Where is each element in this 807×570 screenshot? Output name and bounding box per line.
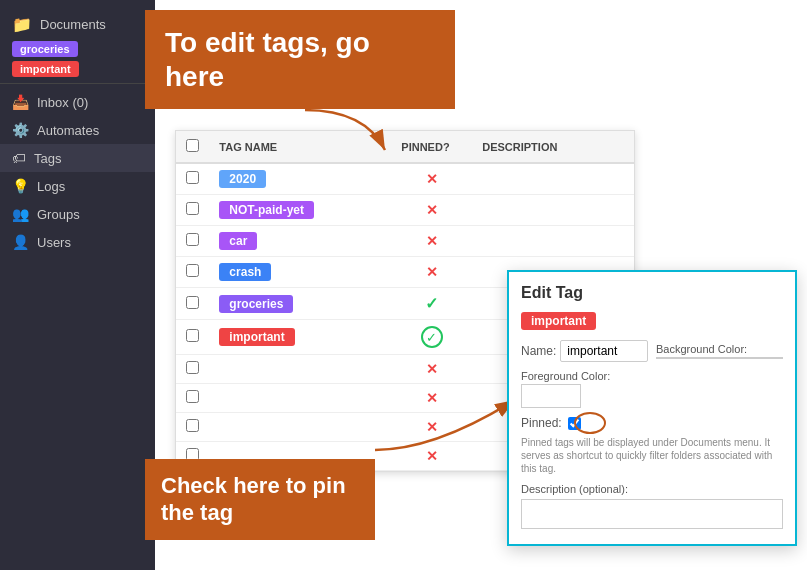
- edit-tag-chip: important: [521, 312, 596, 330]
- svg-point-0: [575, 413, 605, 433]
- pinned-status: ✕: [426, 264, 438, 280]
- tag-name-cell: [209, 413, 391, 442]
- inbox-icon: 📥: [12, 94, 29, 110]
- tooltip-top: To edit tags, go here: [145, 10, 455, 109]
- sidebar-inbox-label: Inbox (0): [37, 95, 88, 110]
- row-checkbox[interactable]: [186, 361, 199, 374]
- name-input[interactable]: [560, 340, 648, 362]
- fg-color-picker[interactable]: [521, 384, 581, 408]
- sidebar-automates-label: Automates: [37, 123, 99, 138]
- folder-icon: 📁: [12, 15, 32, 34]
- sidebar-users-label: Users: [37, 235, 71, 250]
- pinned-status: ✕: [426, 419, 438, 435]
- sidebar-item-logs[interactable]: 💡 Logs: [0, 172, 155, 200]
- row-checkbox[interactable]: [186, 202, 199, 215]
- col-header-name: TAG NAME: [209, 131, 391, 163]
- desc-cell: [472, 163, 634, 195]
- select-all-checkbox[interactable]: [186, 139, 199, 152]
- automates-icon: ⚙️: [12, 122, 29, 138]
- bg-color-label: Background Color:: [656, 343, 783, 355]
- pinned-status: ✕: [426, 390, 438, 406]
- table-row: 2020 ✕: [176, 163, 634, 195]
- sidebar-item-inbox[interactable]: 📥 Inbox (0): [0, 88, 155, 116]
- bg-color-picker[interactable]: [656, 357, 783, 359]
- fg-color-label: Foreground Color:: [521, 370, 610, 382]
- main-content: To edit tags, go here TAG NAME PINNED? D…: [155, 0, 807, 570]
- edit-tag-modal: Edit Tag important Name: Background Colo…: [507, 270, 797, 546]
- pinned-circle-annotation: [573, 412, 607, 434]
- sidebar-groups-label: Groups: [37, 207, 80, 222]
- tag-name-cell: [209, 384, 391, 413]
- edit-tag-title: Edit Tag: [521, 284, 783, 302]
- pinned-hint: Pinned tags will be displayed under Docu…: [521, 436, 783, 475]
- row-checkbox[interactable]: [186, 329, 199, 342]
- sidebar-documents-label: Documents: [40, 17, 106, 32]
- col-header-desc: DESCRIPTION: [472, 131, 634, 163]
- sidebar-item-tags[interactable]: 🏷 Tags: [0, 144, 155, 172]
- col-header-checkbox: [176, 131, 209, 163]
- pinned-status: ✓: [425, 295, 438, 312]
- desc-textarea[interactable]: [521, 499, 783, 529]
- row-checkbox[interactable]: [186, 296, 199, 309]
- row-checkbox[interactable]: [186, 419, 199, 432]
- row-checkbox[interactable]: [186, 264, 199, 277]
- desc-cell: [472, 195, 634, 226]
- row-checkbox[interactable]: [186, 233, 199, 246]
- logs-icon: 💡: [12, 178, 29, 194]
- tag-chip[interactable]: groceries: [219, 295, 293, 313]
- pinned-status-circle: ✓: [421, 326, 443, 348]
- desc-cell: [472, 226, 634, 257]
- tag-name-cell: [209, 355, 391, 384]
- tooltip-bottom: Check here to pin the tag: [145, 459, 375, 540]
- sidebar-item-automates[interactable]: ⚙️ Automates: [0, 116, 155, 144]
- desc-label: Description (optional):: [521, 483, 783, 495]
- pinned-status: ✕: [426, 233, 438, 249]
- pinned-status: ✕: [426, 448, 438, 464]
- pinned-status: ✕: [426, 171, 438, 187]
- sidebar-tag-groceries[interactable]: groceries: [12, 41, 78, 57]
- tooltip-top-text: To edit tags, go here: [165, 27, 370, 92]
- users-icon: 👤: [12, 234, 29, 250]
- tooltip-bottom-text: Check here to pin the tag: [161, 473, 346, 524]
- table-row: car ✕: [176, 226, 634, 257]
- tag-chip[interactable]: car: [219, 232, 257, 250]
- tag-chip[interactable]: 2020: [219, 170, 266, 188]
- col-header-pinned: PINNED?: [391, 131, 472, 163]
- pinned-status: ✕: [426, 202, 438, 218]
- name-label: Name:: [521, 344, 556, 358]
- pinned-row: Pinned:: [521, 416, 783, 430]
- table-row: NOT-paid-yet ✕: [176, 195, 634, 226]
- pinned-label: Pinned:: [521, 416, 562, 430]
- sidebar-logs-label: Logs: [37, 179, 65, 194]
- sidebar-item-groups[interactable]: 👥 Groups: [0, 200, 155, 228]
- sidebar-item-documents[interactable]: 📁 Documents: [0, 10, 155, 39]
- tag-chip[interactable]: important: [219, 328, 294, 346]
- row-checkbox[interactable]: [186, 171, 199, 184]
- sidebar-tag-important[interactable]: important: [12, 61, 79, 77]
- tag-chip[interactable]: crash: [219, 263, 271, 281]
- tag-chip[interactable]: NOT-paid-yet: [219, 201, 314, 219]
- tags-icon: 🏷: [12, 150, 26, 166]
- sidebar-item-users[interactable]: 👤 Users: [0, 228, 155, 256]
- row-checkbox[interactable]: [186, 390, 199, 403]
- pinned-status: ✕: [426, 361, 438, 377]
- groups-icon: 👥: [12, 206, 29, 222]
- sidebar: 📁 Documents groceries important 📥 Inbox …: [0, 0, 155, 570]
- sidebar-tags-label: Tags: [34, 151, 61, 166]
